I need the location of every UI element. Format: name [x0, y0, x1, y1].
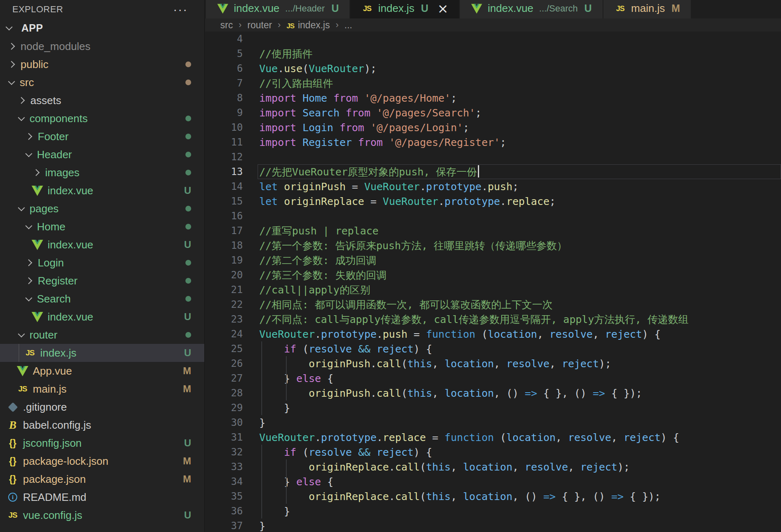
- tree-item-assets[interactable]: assets: [0, 91, 204, 109]
- code-line-6[interactable]: 6Vue.use(VueRouter);: [205, 61, 781, 76]
- code-line-5[interactable]: 5//使用插件: [205, 46, 781, 61]
- code-token: [259, 491, 308, 502]
- code-line-text: }: [251, 417, 265, 429]
- tree-item-jsconfig-json[interactable]: {}jsconfig.jsonU: [0, 434, 204, 452]
- tab-index.vue[interactable]: index.vue.../SearchU: [460, 0, 603, 18]
- tree-item-app-vue[interactable]: App.vueM: [0, 362, 204, 380]
- tree-item-public[interactable]: public: [0, 55, 204, 73]
- breadcrumb-item-router[interactable]: router: [247, 20, 272, 31]
- code-token: [420, 446, 426, 458]
- code-line-8[interactable]: 8import Home from '@/pages/Home';: [205, 91, 781, 105]
- more-actions-icon[interactable]: ···: [173, 7, 188, 11]
- code-line-10[interactable]: 10import Login from '@/pages/Login';: [205, 120, 781, 135]
- code-token: =>: [593, 387, 605, 399]
- line-number: 25: [205, 343, 251, 355]
- close-icon[interactable]: ×: [437, 5, 448, 13]
- tree-item-images[interactable]: images: [0, 164, 204, 182]
- tree-item-label: vue.config.js: [23, 509, 82, 522]
- code-line-29[interactable]: 29 }: [205, 400, 781, 415]
- tree-item-index-js[interactable]: JSindex.jsU: [0, 344, 204, 362]
- code-line-text: }: [251, 505, 290, 517]
- line-number: 31: [205, 432, 251, 443]
- tree-item-login[interactable]: Login: [0, 254, 204, 272]
- explorer-header: EXPLORER ···: [0, 0, 204, 18]
- code-line-35[interactable]: 35 originReplace.call(this, location, ()…: [205, 489, 781, 504]
- code-line-26[interactable]: 26 originPush.call(this, location, resol…: [205, 356, 781, 371]
- tree-item-index-vue[interactable]: index.vueU: [0, 308, 204, 326]
- code-line-28[interactable]: 28 originPush.call(this, location, () =>…: [205, 386, 781, 400]
- tree-item-main-js[interactable]: JSmain.jsM: [0, 380, 204, 398]
- code-line-22[interactable]: 22//相同点: 都可以调用函数一次, 都可以篡改函数的上下文一次: [205, 297, 781, 312]
- tab-index.js[interactable]: JSindex.jsU×: [350, 0, 459, 18]
- code-token: );: [599, 358, 611, 370]
- code-line-19[interactable]: 19//第二个参数: 成功回调: [205, 253, 781, 268]
- tree-item-babel-config-js[interactable]: Bbabel.config.js: [0, 416, 204, 434]
- chevron-right-icon: [33, 169, 40, 176]
- code-line-34[interactable]: 34 } else {: [205, 474, 781, 489]
- tree-item-search[interactable]: Search: [0, 290, 204, 308]
- tree-item-vue-config-js[interactable]: JSvue.config.jsU: [0, 506, 204, 524]
- code-line-25[interactable]: 25 if (resolve && reject) {: [205, 341, 781, 356]
- code-token: push: [488, 181, 512, 193]
- code-token: from: [333, 92, 358, 104]
- code-line-4[interactable]: 4: [205, 32, 781, 46]
- code-line-11[interactable]: 11import Register from '@/pages/Register…: [205, 135, 781, 150]
- breadcrumb-item-label: index.js: [298, 20, 330, 30]
- code-line-37[interactable]: 37}: [205, 518, 781, 532]
- code-line-27[interactable]: 27 } else {: [205, 371, 781, 386]
- code-line-20[interactable]: 20//第三个参数: 失败的回调: [205, 268, 781, 282]
- code-editor[interactable]: 45//使用插件6Vue.use(VueRouter);7//引入路由组件8im…: [205, 32, 781, 532]
- code-line-12[interactable]: 12: [205, 150, 781, 164]
- code-token: let: [259, 181, 278, 193]
- tree-item-home[interactable]: Home: [0, 218, 204, 236]
- code-token: import: [259, 92, 296, 104]
- code-line-23[interactable]: 23//不同点: call与apply传递参数, call传递参数用逗号隔开, …: [205, 312, 781, 327]
- tree-item-package-json[interactable]: {}package.jsonM: [0, 470, 204, 488]
- code-line-13[interactable]: 13//先把VueRouter原型对象的push, 保存一份: [205, 164, 781, 179]
- code-line-16[interactable]: 16: [205, 209, 781, 223]
- tree-item-register[interactable]: Register: [0, 272, 204, 290]
- line-number: 37: [205, 520, 251, 532]
- code-token: [370, 107, 377, 119]
- breadcrumb-item--[interactable]: ...: [345, 20, 352, 31]
- tree-item--gitignore[interactable]: .gitignore: [0, 398, 204, 416]
- code-token: [296, 122, 302, 134]
- breadcrumb-item-index-js[interactable]: JSindex.js: [286, 20, 330, 31]
- code-token: //使用插件: [259, 48, 313, 60]
- code-line-32[interactable]: 32 if (resolve && reject) {: [205, 445, 781, 459]
- code-token: function: [426, 328, 475, 340]
- tree-item-package-lock-json[interactable]: {}package-lock.jsonM: [0, 452, 204, 470]
- code-line-9[interactable]: 9import Search from '@/pages/Search';: [205, 105, 781, 120]
- code-line-21[interactable]: 21//call||apply的区别: [205, 282, 781, 297]
- code-line-24[interactable]: 24VueRouter.prototype.push = function (l…: [205, 327, 781, 341]
- tree-item-node-modules[interactable]: node_modules: [0, 37, 204, 55]
- tree-item-index-vue[interactable]: index.vueU: [0, 236, 204, 254]
- tree-item-pages[interactable]: pages: [0, 200, 204, 218]
- tree-item-src[interactable]: src: [0, 73, 204, 91]
- code-line-33[interactable]: 33 originReplace.call(this, location, re…: [205, 459, 781, 474]
- tree-item-components[interactable]: components: [0, 109, 204, 127]
- code-line-36[interactable]: 36 }: [205, 504, 781, 518]
- breadcrumb-item-src[interactable]: src: [220, 20, 233, 31]
- code-line-30[interactable]: 30}: [205, 415, 781, 430]
- vue-icon: [31, 239, 43, 251]
- section-header-app[interactable]: APP: [0, 19, 204, 37]
- code-line-14[interactable]: 14let originPush = VueRouter.prototype.p…: [205, 179, 781, 194]
- code-line-15[interactable]: 15let originReplace = VueRouter.prototyp…: [205, 194, 781, 209]
- tree-item-readme-md[interactable]: iREADME.md: [0, 488, 204, 506]
- tree-item-router[interactable]: router: [0, 326, 204, 344]
- tab-index.vue[interactable]: index.vue.../HeaderU: [206, 0, 349, 18]
- code-token: //引入路由组件: [259, 77, 333, 89]
- tree-item-label: pages: [30, 202, 59, 215]
- chevron-down-icon: [6, 23, 13, 30]
- code-line-18[interactable]: 18//第一个参数: 告诉原来push方法, 往哪里跳转（传递哪些参数）: [205, 238, 781, 253]
- git-dot-badge: [185, 224, 191, 230]
- code-line-7[interactable]: 7//引入路由组件: [205, 76, 781, 91]
- code-line-31[interactable]: 31VueRouter.prototype.replace = function…: [205, 430, 781, 445]
- tree-item-footer[interactable]: Footer: [0, 127, 204, 146]
- code-token: {: [426, 343, 432, 355]
- code-line-17[interactable]: 17//重写push | replace: [205, 223, 781, 238]
- tree-item-index-vue[interactable]: index.vueU: [0, 182, 204, 200]
- tab-main.js[interactable]: JSmain.jsM: [603, 0, 691, 18]
- tree-item-header[interactable]: Header: [0, 146, 204, 164]
